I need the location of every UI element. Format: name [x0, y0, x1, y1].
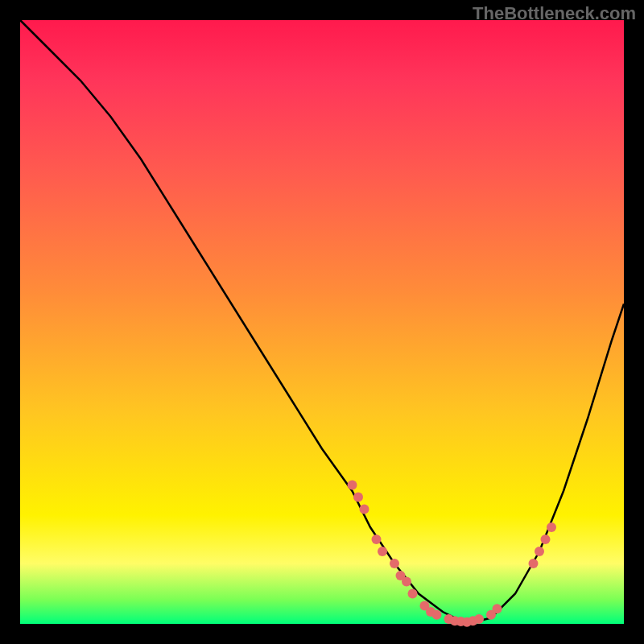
highlight-dot — [408, 589, 418, 599]
highlight-dot — [372, 535, 382, 544]
highlight-dot — [390, 559, 399, 568]
highlight-dots-group — [348, 481, 557, 627]
chart-figure: TheBottleneck.com — [0, 0, 644, 644]
highlight-dot — [432, 610, 442, 620]
highlight-dot — [474, 614, 484, 624]
highlight-dot — [348, 481, 357, 490]
bottleneck-curve — [20, 20, 624, 624]
highlight-dot — [378, 547, 387, 556]
highlight-dot — [547, 522, 556, 532]
highlight-dot — [493, 604, 502, 613]
highlight-dot — [535, 547, 544, 556]
highlight-dot — [402, 577, 411, 587]
curve-svg — [20, 20, 624, 624]
plot-background — [20, 20, 624, 624]
highlight-dot — [529, 559, 539, 568]
highlight-dot — [541, 535, 551, 544]
highlight-dot — [360, 505, 369, 514]
watermark-text: TheBottleneck.com — [473, 3, 636, 24]
highlight-dot — [353, 493, 363, 502]
